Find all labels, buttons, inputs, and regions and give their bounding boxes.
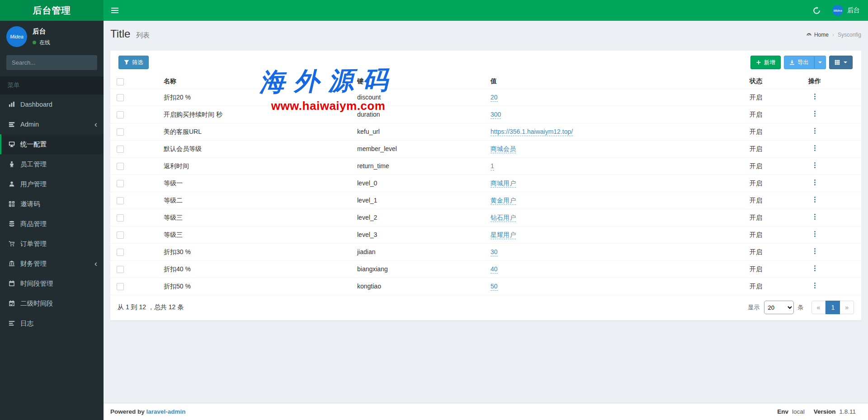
row-actions-icon[interactable] (814, 111, 816, 112)
column-header-action: 操作 (805, 74, 861, 89)
select-all-checkbox[interactable] (117, 78, 124, 85)
row-actions-icon[interactable] (814, 128, 816, 129)
chevron-left-icon: ‹ (94, 121, 97, 127)
row-actions-icon[interactable] (814, 248, 816, 250)
sidebar-item-staff[interactable]: 员工管理 ‹ (0, 154, 104, 174)
app-root: 后台管理 Midea 后台 Mid (0, 0, 868, 420)
cell-value-editable-link[interactable]: 商城会员 (491, 145, 516, 153)
sidebar-item-users[interactable]: 用户管理 ‹ (0, 174, 104, 194)
database-icon (7, 221, 16, 227)
cell-key: level_3 (354, 227, 487, 244)
column-header-status: 状态 (746, 74, 805, 89)
cell-value-editable-link[interactable]: 钻石用户 (491, 214, 516, 222)
sidebar-toggle-button[interactable] (104, 0, 126, 21)
row-checkbox[interactable] (117, 231, 124, 239)
row-actions-icon[interactable] (814, 145, 816, 146)
table-row: 返利时间 return_time 1 开启 (110, 158, 861, 175)
rows-summary: 从 1 到 12 ，总共 12 条 (115, 303, 184, 311)
row-checkbox[interactable] (117, 283, 124, 290)
cell-key: kefu_url (354, 123, 487, 141)
row-checkbox[interactable] (117, 214, 124, 222)
cell-value-editable-link[interactable]: 黄金用户 (491, 197, 516, 205)
laravel-admin-link[interactable]: laravel-admin (146, 408, 186, 415)
sidebar-item-orders[interactable]: 订单管理 ‹ (0, 234, 104, 254)
row-actions-icon[interactable] (814, 214, 816, 215)
row-checkbox[interactable] (117, 111, 124, 118)
main-content: Title 列表 Home › Sysconfig (104, 21, 868, 420)
funnel-icon (124, 60, 129, 65)
cell-status: 开启 (746, 158, 805, 175)
brand-logo[interactable]: 后台管理 (0, 0, 104, 21)
row-actions-icon[interactable] (814, 283, 816, 284)
sidebar-item-invite-code[interactable]: 邀请码 ‹ (0, 194, 104, 214)
cell-value-editable-link[interactable]: 20 (491, 94, 498, 102)
grid-card: 海外源码 www.haiwaiym.com 筛选 (110, 51, 861, 321)
sidebar-search (6, 55, 97, 70)
export-button-group: 导出 (784, 56, 826, 69)
row-checkbox[interactable] (117, 128, 124, 136)
search-input[interactable] (6, 55, 97, 70)
cell-value-editable-link[interactable]: https://356.1.haiwaiym12.top/ (491, 128, 573, 136)
export-dropdown-button[interactable] (814, 56, 826, 69)
row-actions-icon[interactable] (814, 179, 816, 181)
sidebar-item-unified-config[interactable]: 统一配置 ‹ (0, 134, 104, 154)
sidebar-item-sub-timeslot[interactable]: 二级时间段 ‹ (0, 293, 104, 313)
cell-name: 返利时间 (160, 158, 354, 175)
pagination-page-1[interactable]: 1 (826, 301, 840, 314)
row-checkbox[interactable] (117, 163, 124, 170)
export-button[interactable]: 导出 (784, 56, 814, 69)
page-title: Title (110, 28, 130, 40)
table-row: 美的客服URL kefu_url https://356.1.haiwaiym1… (110, 123, 861, 141)
row-actions-icon[interactable] (814, 197, 816, 198)
sidebar-item-dashboard[interactable]: Dashboard ‹ (0, 94, 104, 114)
filter-button[interactable]: 筛选 (118, 56, 149, 69)
table-row: 开启购买持续时间 秒 duration 300 开启 (110, 106, 861, 123)
column-selector-button[interactable] (829, 56, 853, 69)
employee-icon (7, 161, 16, 167)
cell-value-editable-link[interactable]: 30 (491, 248, 498, 256)
sidebar-item-log[interactable]: 日志 ‹ (0, 313, 104, 333)
navbar-user-menu[interactable]: Midea 后台 (832, 0, 860, 21)
search-button[interactable] (97, 55, 97, 70)
download-icon (789, 60, 795, 65)
cell-value-editable-link[interactable]: 300 (491, 111, 501, 119)
sidebar-avatar: Midea (6, 26, 27, 47)
sidebar-item-admin[interactable]: Admin ‹ (0, 114, 104, 134)
row-checkbox[interactable] (117, 146, 124, 153)
bank-icon (7, 260, 16, 267)
refresh-button[interactable] (810, 0, 823, 21)
cell-value-editable-link[interactable]: 40 (491, 265, 498, 274)
per-page-select[interactable]: 20 (764, 301, 794, 314)
pagination-next-button[interactable]: » (840, 301, 854, 314)
row-actions-icon[interactable] (814, 94, 816, 95)
row-actions-icon[interactable] (814, 162, 816, 164)
row-checkbox[interactable] (117, 249, 124, 256)
row-actions-icon[interactable] (814, 231, 816, 232)
cell-key: duration (354, 106, 487, 123)
calendar-check-icon (7, 300, 16, 307)
table-row: 折扣20 % discount 20 开启 (110, 89, 861, 106)
cell-key: discount (354, 89, 487, 106)
cell-value-editable-link[interactable]: 1 (491, 162, 494, 170)
breadcrumb-current: Sysconfig (838, 32, 861, 38)
breadcrumb: Home › Sysconfig (806, 32, 861, 38)
tasks-icon (7, 121, 16, 127)
cell-value-editable-link[interactable]: 星耀用户 (491, 231, 516, 239)
sidebar-item-finance[interactable]: 财务管理 ‹ (0, 254, 104, 274)
row-checkbox[interactable] (117, 266, 124, 273)
row-checkbox[interactable] (117, 94, 124, 101)
cell-value-editable-link[interactable]: 50 (491, 283, 498, 291)
row-actions-icon[interactable] (814, 265, 816, 267)
row-checkbox[interactable] (117, 197, 124, 204)
version-value: 1.8.11 (839, 408, 856, 415)
pagination-prev-button[interactable]: « (811, 301, 826, 314)
page-subtitle: 列表 (136, 31, 150, 39)
breadcrumb-home-link[interactable]: Home (806, 32, 829, 38)
cell-value-editable-link[interactable]: 商城用户 (491, 179, 516, 188)
row-checkbox[interactable] (117, 180, 124, 187)
create-button[interactable]: 新增 (750, 56, 781, 69)
cell-key: kongtiao (354, 278, 487, 295)
cell-status: 开启 (746, 106, 805, 123)
sidebar-item-timeslot[interactable]: 时间段管理 ‹ (0, 274, 104, 293)
sidebar-item-goods[interactable]: 商品管理 ‹ (0, 214, 104, 234)
